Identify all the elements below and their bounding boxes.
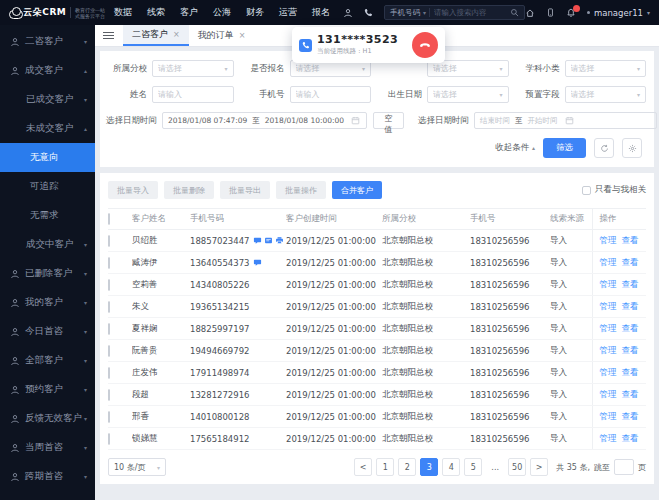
search-input[interactable]: 请输入搜索内容 [434,8,505,18]
filter-select[interactable]: 请选择▾ [565,86,647,103]
manage-link[interactable]: 管理 [600,323,617,333]
manage-link[interactable]: 管理 [600,411,617,421]
page-button[interactable]: 3 [420,458,438,476]
tab[interactable]: 二咨客户× [123,25,189,46]
page-size-select[interactable]: 10 条/页 ▾ [108,458,166,476]
select-all-checkbox[interactable] [108,213,110,225]
sidebar-item[interactable]: 可追踪 [0,172,95,201]
batch-action-button[interactable]: 批量导出 [220,181,270,199]
filter-input[interactable]: 请输入 [290,86,372,103]
sidebar-item[interactable]: 反馈无效客户▾ [0,404,95,433]
nav-menu-item[interactable]: 报名 [312,6,330,19]
batch-action-button[interactable]: 批量导入 [108,181,158,199]
sidebar-item[interactable]: 成交客户▴ [0,56,95,85]
sidebar-item[interactable]: 无意向 [0,143,95,172]
page-button[interactable]: 50 [508,458,526,476]
collapse-conditions-link[interactable]: 收起条件 ▴ [495,142,535,154]
sidebar-item[interactable]: 当周首咨▾ [0,433,95,462]
filter-select[interactable]: 请选择▾ [427,86,509,103]
mobile-icon[interactable] [546,8,555,17]
gear-icon[interactable] [622,138,642,158]
sidebar-item[interactable]: 跨期首咨▾ [0,462,95,491]
row-checkbox[interactable] [108,301,110,313]
row-checkbox[interactable] [108,257,110,269]
date-range-picker[interactable]: 结束时间至开始时间 [474,112,657,129]
date-range-picker[interactable]: 2018/01/08 07:47:09至2018/01/08 10:00:00 [162,112,367,129]
hangup-button[interactable] [412,32,438,58]
nav-menu-item[interactable]: 线索 [147,6,165,19]
row-checkbox[interactable] [108,367,110,379]
manage-link[interactable]: 管理 [600,367,617,377]
refresh-button[interactable] [594,138,614,158]
sidebar-item[interactable]: 今日首咨▾ [0,317,95,346]
manage-link[interactable]: 管理 [600,389,617,399]
filter-select[interactable]: 请选择▾ [565,60,647,77]
sidebar-item[interactable]: 未成交客户▴ [0,114,95,143]
empty-value-button[interactable]: 空值 [373,112,404,129]
page-button[interactable]: 5 [464,458,482,476]
filter-input[interactable]: 请输入 [152,86,234,103]
close-icon[interactable]: × [239,31,246,40]
only-mine-checkbox[interactable] [582,186,591,195]
merge-customers-button[interactable]: 合并客户 [332,181,382,199]
phone-icon[interactable] [364,8,373,17]
view-link[interactable]: 查看 [622,235,639,245]
row-checkbox[interactable] [108,411,110,423]
nav-menu-item[interactable]: 客户 [180,6,198,19]
notifications-button[interactable] [566,8,576,18]
collapse-sidebar-icon[interactable] [103,25,114,46]
row-checkbox[interactable] [108,323,110,335]
view-link[interactable]: 查看 [622,279,639,289]
manage-link[interactable]: 管理 [600,301,617,311]
close-icon[interactable]: × [173,30,180,39]
manage-link[interactable]: 管理 [600,257,617,267]
sidebar-item[interactable]: 成交中客户▾ [0,230,95,259]
manage-link[interactable]: 管理 [600,433,617,443]
view-link[interactable]: 查看 [622,323,639,333]
search-category[interactable]: 手机号码 [385,8,420,18]
view-link[interactable]: 查看 [622,301,639,311]
page-button[interactable]: ... [486,458,504,476]
page-button[interactable]: 4 [442,458,460,476]
user-icon[interactable] [343,8,353,18]
page-button[interactable]: 2 [398,458,416,476]
row-checkbox[interactable] [108,235,110,247]
view-link[interactable]: 查看 [622,367,639,377]
sidebar-item[interactable]: 二咨客户▾ [0,27,95,56]
row-checkbox[interactable] [108,345,110,357]
batch-action-button[interactable]: 批量删除 [164,181,214,199]
next-page-button[interactable]: > [530,458,548,476]
filter-button[interactable]: 筛选 [543,138,586,158]
prev-page-button[interactable]: < [354,458,372,476]
nav-menu-item[interactable]: 财务 [246,6,264,19]
sidebar-item[interactable]: 已删除客户▾ [0,259,95,288]
home-icon[interactable] [525,8,535,18]
manage-link[interactable]: 管理 [600,345,617,355]
search-icon[interactable] [505,8,524,17]
sidebar-item[interactable]: 全部客户▾ [0,346,95,375]
view-link[interactable]: 查看 [622,433,639,443]
batch-action-button[interactable]: 批量操作 [276,181,326,199]
row-checkbox[interactable] [108,279,110,291]
manage-link[interactable]: 管理 [600,235,617,245]
sidebar-item[interactable]: 我的客户▾ [0,288,95,317]
filter-select[interactable]: 请选择▾ [152,60,234,77]
row-checkbox[interactable] [108,433,110,445]
page-button[interactable]: 1 [376,458,394,476]
sidebar-item[interactable]: 无需求 [0,201,95,230]
sidebar-item[interactable]: 已成交客户▾ [0,85,95,114]
view-link[interactable]: 查看 [622,345,639,355]
view-link[interactable]: 查看 [622,411,639,421]
view-link[interactable]: 查看 [622,389,639,399]
user-menu[interactable]: manager11 ▾ [587,8,650,18]
nav-menu-item[interactable]: 数据 [114,6,132,19]
jump-page-input[interactable] [614,459,634,475]
global-search[interactable]: 手机号码 ▾ 请输入搜索内容 [384,5,525,20]
nav-menu-item[interactable]: 公海 [213,6,231,19]
tab[interactable]: 我的订单× [189,25,255,46]
view-link[interactable]: 查看 [622,257,639,267]
nav-menu-item[interactable]: 运营 [279,6,297,19]
row-checkbox[interactable] [108,389,110,401]
manage-link[interactable]: 管理 [600,279,617,289]
sidebar-item[interactable]: 预约客户▾ [0,375,95,404]
